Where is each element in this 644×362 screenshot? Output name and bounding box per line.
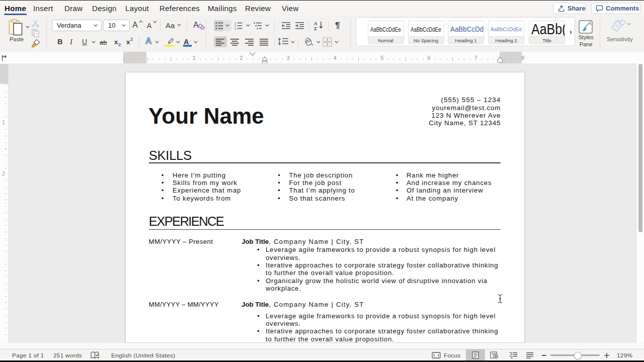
svg-text:3: 3 (234, 27, 236, 30)
svg-text:Z: Z (314, 26, 317, 31)
